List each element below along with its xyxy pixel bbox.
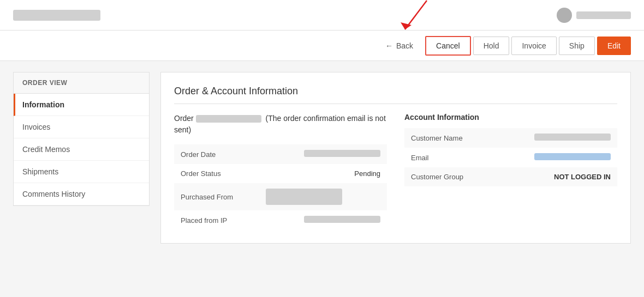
customer-name-value [490,128,617,148]
action-toolbar: ← Back Cancel Hold Invoice Ship Edit [0,31,644,61]
table-row: Purchased From [174,183,387,210]
back-arrow-icon: ← [385,41,393,50]
order-info-section: Order (The order confirmation email is n… [174,113,387,230]
placed-from-ip-label: Placed from IP [174,210,259,230]
account-info-heading: Account Information [404,113,617,122]
order-date-value [259,144,387,164]
user-name [576,11,631,19]
ship-button[interactable]: Ship [559,37,595,55]
account-info-table: Customer Name Email Customer Group NOT L… [404,128,617,186]
customer-name-label: Customer Name [404,128,490,148]
content-area: Order & Account Information Order (The o… [160,72,631,244]
placed-from-ip-value [259,210,387,230]
account-info-section: Account Information Customer Name Email … [404,113,617,230]
order-header-text: Order (The order confirmation email is n… [174,113,387,136]
hold-button[interactable]: Hold [473,37,510,55]
customer-group-label: Customer Group [404,167,490,186]
order-status-value: Pending [259,164,387,183]
table-row: Email [404,148,617,167]
section-title: Order & Account Information [174,86,617,104]
invoice-button[interactable]: Invoice [511,37,556,55]
order-status-label: Order Status [174,164,259,183]
sidebar-item-information[interactable]: Information [14,94,149,116]
customer-group-value: NOT LOGGED IN [490,167,617,186]
sidebar-item-comments-history[interactable]: Comments History [14,183,149,205]
email-value [490,148,617,167]
sidebar-item-shipments[interactable]: Shipments [14,161,149,183]
table-row: Customer Name [404,128,617,148]
table-row: Placed from IP [174,210,387,230]
table-row: Order Date [174,144,387,164]
order-date-label: Order Date [174,144,259,164]
order-id-blur [196,115,261,123]
sidebar-title: ORDER VIEW [14,72,149,94]
sidebar: ORDER VIEW Information Invoices Credit M… [13,72,150,206]
sidebar-item-invoices[interactable]: Invoices [14,116,149,138]
table-row: Order Status Pending [174,164,387,183]
order-info-table: Order Date Order Status Pending Purchase… [174,144,387,230]
main-content: ORDER VIEW Information Invoices Credit M… [0,61,644,254]
email-label: Email [404,148,490,167]
user-avatar-icon [557,8,572,23]
back-button[interactable]: ← Back [375,37,423,54]
top-header [0,0,644,31]
two-col-layout: Order (The order confirmation email is n… [174,113,617,230]
sidebar-item-credit-memos[interactable]: Credit Memos [14,138,149,161]
cancel-button[interactable]: Cancel [425,36,471,56]
purchased-from-value [259,183,387,210]
edit-button[interactable]: Edit [597,37,631,55]
logo [13,10,100,21]
purchased-from-label: Purchased From [174,183,259,210]
user-area [557,8,631,23]
table-row: Customer Group NOT LOGGED IN [404,167,617,186]
